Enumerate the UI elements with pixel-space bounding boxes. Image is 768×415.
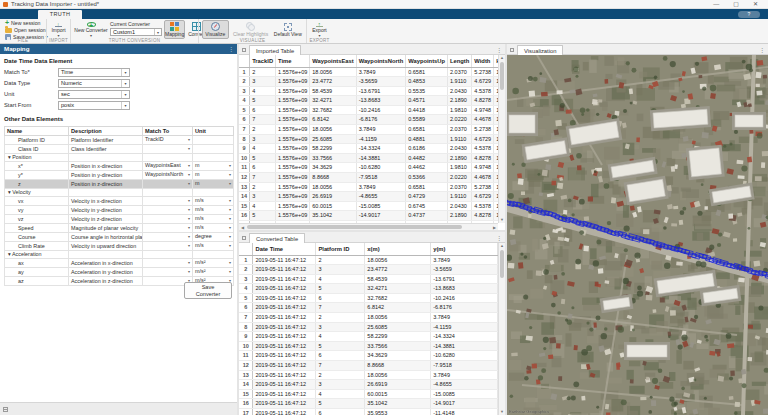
- data-cell[interactable]: 60.0015: [310, 201, 356, 211]
- chevron-down-icon[interactable]: ▾: [229, 259, 231, 267]
- data-cell[interactable]: 2019-05-11 16:47:12: [253, 255, 316, 265]
- data-cell[interactable]: 58.4539: [365, 274, 431, 284]
- data-cell[interactable]: 1.5576e+09: [276, 105, 310, 115]
- data-cell[interactable]: -13.8683: [356, 96, 406, 106]
- table-row[interactable]: 1271.5576e+098.8668-7.95180.53662.02204.…: [239, 173, 498, 183]
- data-cell[interactable]: -7.9518: [431, 361, 498, 371]
- unit-dropdown-cell[interactable]: m▾: [193, 170, 234, 179]
- open-session-button[interactable]: Open session: [3, 27, 50, 33]
- data-cell[interactable]: 5.2738: [472, 67, 494, 77]
- chevron-down-icon[interactable]: ▾: [188, 145, 190, 153]
- data-cell[interactable]: 58.2299: [365, 332, 431, 342]
- data-cell[interactable]: 2019-05-11 16:47:12: [253, 409, 316, 415]
- chevron-down-icon[interactable]: ▾: [188, 162, 190, 170]
- unit-dropdown-cell[interactable]: m▾: [193, 161, 234, 170]
- data-cell[interactable]: 2019-05-11 16:47:12: [253, 265, 316, 275]
- scroll-down-icon[interactable]: ▼: [499, 217, 505, 223]
- chevron-down-icon[interactable]: ▾: [121, 80, 129, 87]
- mapping-table-row[interactable]: ▾ Acceleration: [5, 250, 234, 258]
- dock-icon[interactable]: [242, 236, 246, 240]
- data-cell[interactable]: 4.5378: [472, 201, 494, 211]
- table-row[interactable]: 152019-05-11 16:47:12460.0015-15.0085: [239, 389, 498, 399]
- data-cell[interactable]: 0.4737: [406, 211, 448, 221]
- field-dropdown[interactable]: posix▾: [58, 101, 130, 110]
- data-cell[interactable]: 2: [250, 67, 276, 77]
- match-to-dropdown-cell[interactable]: [143, 153, 193, 161]
- tab-imported-table[interactable]: Imported Table: [249, 45, 301, 55]
- data-cell[interactable]: 0.5366: [406, 173, 448, 183]
- data-cell[interactable]: 2.0370: [448, 67, 472, 77]
- data-cell[interactable]: 3: [250, 192, 276, 202]
- data-cell[interactable]: 4: [316, 274, 365, 284]
- table-row[interactable]: 132019-05-11 16:47:12218.00563.7849: [239, 370, 498, 380]
- data-cell[interactable]: 1.5576e+09: [276, 182, 310, 192]
- chevron-down-icon[interactable]: ▾: [121, 102, 129, 109]
- match-to-dropdown-cell[interactable]: [143, 250, 193, 258]
- chevron-down-icon[interactable]: ▾: [188, 224, 190, 232]
- data-cell[interactable]: -3.5659: [431, 265, 498, 275]
- mapping-table-row[interactable]: vxVelocity in x-direction▾m/s▾: [5, 196, 234, 205]
- scroll-right-icon[interactable]: ▶: [493, 224, 496, 230]
- match-to-dropdown-cell[interactable]: ▾: [143, 214, 193, 223]
- data-cell[interactable]: 34.3629: [310, 163, 356, 173]
- data-cell[interactable]: 6: [250, 163, 276, 173]
- data-cell[interactable]: 1.5576e+09: [276, 192, 310, 202]
- panel-menu-icon[interactable]: ⋮: [496, 234, 502, 242]
- match-to-dropdown-cell[interactable]: ▾: [143, 223, 193, 232]
- data-cell[interactable]: 2019-05-11 16:47:12: [253, 313, 316, 323]
- data-cell[interactable]: 5: [250, 153, 276, 163]
- chevron-down-icon[interactable]: ▾: [188, 180, 190, 188]
- table-row[interactable]: 162019-05-11 16:47:12535.1042-14.9017: [239, 399, 498, 409]
- data-cell[interactable]: -14.3324: [356, 144, 406, 154]
- data-cell[interactable]: -13.6791: [356, 86, 406, 96]
- data-cell[interactable]: 0.5535: [406, 86, 448, 96]
- data-cell[interactable]: 2.1890: [448, 211, 472, 221]
- chevron-down-icon[interactable]: ▾: [229, 180, 231, 188]
- data-cell[interactable]: 32.7682: [365, 293, 431, 303]
- data-cell[interactable]: 2: [250, 182, 276, 192]
- data-cell[interactable]: 32.4271: [365, 284, 431, 294]
- table-row[interactable]: 42019-05-11 16:47:12532.4271-13.8683: [239, 284, 498, 294]
- data-cell[interactable]: 2.1890: [448, 153, 472, 163]
- data-cell[interactable]: 18.0056: [365, 370, 431, 380]
- data-cell[interactable]: 4.4678: [472, 173, 494, 183]
- data-cell[interactable]: 3.7849: [356, 67, 406, 77]
- unit-dropdown-cell[interactable]: m/s▾: [193, 241, 234, 250]
- data-cell[interactable]: 2: [316, 370, 365, 380]
- unit-dropdown-cell[interactable]: [193, 153, 234, 161]
- table-row[interactable]: 92019-05-11 16:47:12458.2299-14.3324: [239, 332, 498, 342]
- column-header[interactable]: Time: [276, 55, 310, 67]
- match-to-dropdown-cell[interactable]: ▾: [143, 232, 193, 241]
- data-cell[interactable]: 1.5576e+09: [276, 96, 310, 106]
- data-cell[interactable]: 5: [250, 211, 276, 221]
- table-row[interactable]: 1651.5576e+0935.1042-14.90170.47372.1890…: [239, 211, 498, 221]
- import-button[interactable]: Import ▾: [50, 20, 67, 39]
- match-to-dropdown-cell[interactable]: ▾: [143, 179, 193, 188]
- data-cell[interactable]: 18.0056: [310, 182, 356, 192]
- field-dropdown[interactable]: Time▾: [58, 68, 130, 77]
- data-cell[interactable]: 25.6085: [365, 322, 431, 332]
- data-cell[interactable]: 32.7682: [310, 105, 356, 115]
- data-cell[interactable]: 5: [316, 399, 365, 409]
- table-row[interactable]: 32019-05-11 16:47:12458.4539-13.6791: [239, 274, 498, 284]
- dock-icon[interactable]: [242, 48, 246, 52]
- table-row[interactable]: 231.5576e+0923.4772-3.56590.48531.91104.…: [239, 77, 498, 87]
- data-cell[interactable]: 1.5576e+09: [276, 134, 310, 144]
- match-to-dropdown-cell[interactable]: ▾: [143, 241, 193, 250]
- data-cell[interactable]: 2019-05-11 16:47:12: [253, 303, 316, 313]
- data-cell[interactable]: 1.5576e+09: [276, 211, 310, 221]
- table-row[interactable]: 172019-05-11 16:47:12635.9553-11.4148: [239, 409, 498, 415]
- data-cell[interactable]: 4.4678: [472, 115, 494, 125]
- data-cell[interactable]: 2019-05-11 16:47:12: [253, 284, 316, 294]
- data-cell[interactable]: 1.5576e+09: [276, 153, 310, 163]
- data-cell[interactable]: 35.9553: [365, 409, 431, 415]
- default-view-button[interactable]: Default View: [273, 20, 303, 39]
- data-cell[interactable]: 32.4271: [310, 96, 356, 106]
- data-cell[interactable]: 4: [316, 389, 365, 399]
- data-cell[interactable]: 0.4571: [406, 96, 448, 106]
- chevron-down-icon[interactable]: ▾: [188, 268, 190, 276]
- table-row[interactable]: 451.5576e+0932.4271-13.86830.45712.18904…: [239, 96, 498, 106]
- column-header[interactable]: x(m): [365, 243, 431, 255]
- unit-dropdown-cell[interactable]: m/s▾: [193, 205, 234, 214]
- dock-icon[interactable]: [510, 48, 514, 52]
